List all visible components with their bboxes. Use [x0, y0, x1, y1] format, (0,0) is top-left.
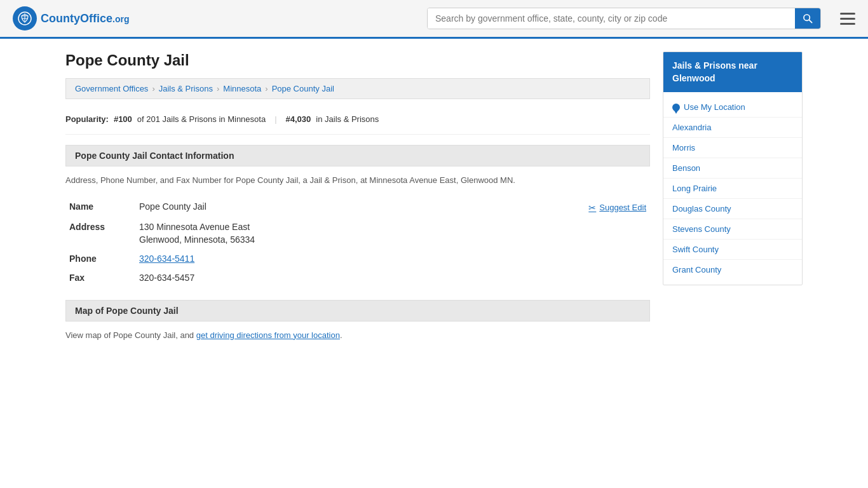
list-item: Long Prairie	[663, 179, 802, 199]
list-item: Benson	[663, 158, 802, 179]
address-line1: 130 Minnesota Avenue East	[139, 222, 250, 232]
address-label: Address	[65, 217, 135, 249]
breadcrumb-current[interactable]: Pope County Jail	[272, 84, 334, 93]
sidebar: Jails & Prisons near Glenwood Use My Loc…	[663, 51, 803, 341]
location-icon	[672, 104, 680, 111]
sidebar-link-grant-county[interactable]: Grant County	[663, 260, 802, 280]
hamburger-menu[interactable]	[840, 13, 855, 25]
list-item: Alexandria	[663, 118, 802, 138]
logo-icon	[13, 6, 37, 30]
list-item: Grant County	[663, 260, 802, 280]
popularity-context-local: of 201 Jails & Prisons in Minnesota	[137, 114, 266, 124]
breadcrumb: Government Offices › Jails & Prisons › M…	[65, 78, 650, 99]
sidebar-link-alexandria[interactable]: Alexandria	[663, 118, 802, 137]
table-row: Name Pope County Jail ✂ Suggest Edit	[65, 197, 650, 217]
main-container: Pope County Jail Government Offices › Ja…	[53, 39, 815, 354]
sidebar-link-morris[interactable]: Morris	[663, 138, 802, 158]
map-description-end: .	[340, 330, 342, 340]
sidebar-link-stevens-county[interactable]: Stevens County	[663, 219, 802, 239]
address-line2: Glenwood, Minnesota, 56334	[139, 232, 646, 245]
search-bar	[427, 8, 821, 29]
popularity-label: Popularity:	[65, 114, 109, 124]
sidebar-link-long-prairie[interactable]: Long Prairie	[663, 179, 802, 198]
popularity-rank-global: #4,030	[286, 114, 311, 124]
search-icon	[803, 13, 813, 24]
list-item: Swift County	[663, 240, 802, 260]
list-item: Douglas County	[663, 199, 802, 219]
list-item: Morris	[663, 138, 802, 158]
map-description: View map of Pope County Jail, and get dr…	[65, 329, 650, 342]
contact-section-header: Pope County Jail Contact Information	[65, 145, 650, 166]
table-row: Fax 320-634-5457	[65, 268, 650, 287]
sidebar-list: Use My Location Alexandria Morris Benson…	[663, 92, 802, 285]
svg-line-5	[809, 20, 811, 22]
contact-description: Address, Phone Number, and Fax Number fo…	[65, 174, 650, 187]
breadcrumb-minnesota[interactable]: Minnesota	[223, 84, 261, 93]
map-description-start: View map of Pope County Jail, and	[65, 330, 196, 340]
contact-detail-table: Name Pope County Jail ✂ Suggest Edit Add…	[65, 197, 650, 287]
table-row: Address 130 Minnesota Avenue East Glenwo…	[65, 217, 650, 249]
phone-label: Phone	[65, 249, 135, 268]
use-my-location-link[interactable]: Use My Location	[663, 97, 802, 117]
map-section-header: Map of Pope County Jail	[65, 300, 650, 322]
search-input[interactable]	[428, 8, 795, 29]
suggest-edit-label: Suggest Edit	[599, 203, 646, 212]
phone-link[interactable]: 320-634-5411	[139, 254, 194, 264]
driving-directions-link[interactable]: get driving directions from your locatio…	[196, 330, 340, 340]
site-logo[interactable]: CountyOffice.org	[13, 6, 129, 30]
popularity-context-global: in Jails & Prisons	[316, 114, 379, 124]
sidebar-link-benson[interactable]: Benson	[663, 158, 802, 178]
logo-domain-text: .org	[112, 14, 129, 24]
popularity-bar: Popularity: #100 of 201 Jails & Prisons …	[65, 108, 650, 135]
sidebar-link-swift-county[interactable]: Swift County	[663, 240, 802, 259]
suggest-edit-button[interactable]: ✂ Suggest Edit	[588, 203, 646, 213]
page-title: Pope County Jail	[65, 51, 650, 69]
search-button[interactable]	[795, 8, 820, 29]
logo-office-text: Office	[80, 12, 112, 25]
name-value: Pope County Jail	[139, 201, 207, 212]
use-location-label: Use My Location	[684, 102, 745, 112]
table-row: Phone 320-634-5411	[65, 249, 650, 268]
name-label: Name	[65, 197, 135, 217]
edit-icon: ✂	[588, 203, 596, 213]
site-header: CountyOffice.org	[0, 0, 868, 39]
fax-label: Fax	[65, 268, 135, 287]
content-area: Pope County Jail Government Offices › Ja…	[65, 51, 650, 341]
breadcrumb-jails-prisons[interactable]: Jails & Prisons	[159, 84, 213, 93]
list-item: Use My Location	[663, 97, 802, 118]
sidebar-title: Jails & Prisons near Glenwood	[663, 52, 802, 92]
sidebar-box: Jails & Prisons near Glenwood Use My Loc…	[663, 51, 803, 285]
fax-value: 320-634-5457	[135, 268, 650, 287]
popularity-rank-local: #100	[114, 114, 132, 124]
sidebar-link-douglas-county[interactable]: Douglas County	[663, 199, 802, 219]
list-item: Stevens County	[663, 219, 802, 240]
breadcrumb-gov-offices[interactable]: Government Offices	[75, 84, 148, 93]
logo-county-text: County	[41, 12, 80, 25]
